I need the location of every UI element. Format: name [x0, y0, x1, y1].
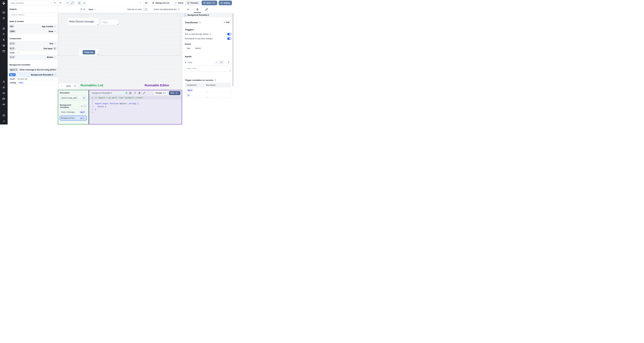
resize-handle[interactable] — [97, 54, 98, 55]
bg1-badge[interactable]: bg_1 — [9, 73, 16, 76]
bg1-result-row[interactable]: result : No items ([]) — [8, 77, 58, 81]
output-row-ctx[interactable]: ctx App Context — [8, 24, 58, 29]
tab-styling-brush[interactable] — [205, 6, 208, 13]
static-value-textarea[interactable] — [185, 66, 231, 72]
recompute-toggle[interactable] — [227, 38, 231, 40]
folders-icon[interactable] — [0, 96, 8, 102]
scrollbar-thumb[interactable] — [232, 14, 234, 86]
code-editor[interactable]: 1// import * as wmill from "windmill-cli… — [89, 96, 182, 114]
bg-runnable-item-0[interactable]: Send a message... bg_0 — [60, 110, 87, 114]
runs-play-icon[interactable] — [0, 31, 8, 37]
event-pill-refresh[interactable]: refresh — [193, 46, 202, 50]
zoom-in-button[interactable]: + — [73, 84, 77, 88]
refresh-interval-select[interactable]: once — [88, 8, 96, 10]
search-outputs-input[interactable] — [10, 12, 56, 17]
desktop-view-button[interactable] — [82, 1, 87, 5]
runnable-name-input[interactable] — [90, 91, 124, 95]
b-badge[interactable]: b — [9, 47, 15, 50]
bg1-loading-row[interactable]: loading : false — [8, 81, 58, 85]
button-component-c[interactable]: Press me — [79, 49, 98, 56]
resize-handle[interactable] — [97, 24, 98, 25]
expand-editor-icon[interactable] — [142, 92, 146, 95]
chevron-down-icon[interactable] — [54, 56, 56, 58]
run-button[interactable]: Run ⌘↵ — [169, 91, 180, 95]
code-line[interactable]: 5} — [89, 108, 182, 111]
app-summary-input[interactable] — [9, 1, 50, 5]
resize-grip-icon[interactable] — [229, 70, 230, 71]
info-icon[interactable] — [81, 105, 83, 107]
schedules-calendar-icon[interactable] — [0, 48, 8, 54]
chevron-down-icon[interactable] — [54, 25, 56, 28]
info-icon[interactable] — [178, 8, 180, 10]
more-options-kebab[interactable] — [139, 1, 142, 5]
undo-button[interactable] — [52, 1, 58, 5]
component-row-c[interactable]: c Button — [8, 55, 58, 60]
bg0-row[interactable]: bg_0 Send a message to discord using web… — [8, 68, 58, 72]
audit-eye-icon[interactable] — [0, 102, 8, 107]
component-row-b[interactable]: b Text Input — [8, 46, 58, 51]
output-row-state[interactable]: state State — [8, 29, 58, 34]
a-badge[interactable]: a — [9, 42, 15, 45]
resources-boxes-icon[interactable] — [0, 42, 8, 48]
fullwidth-layout-button[interactable] — [70, 1, 75, 5]
code-line[interactable]: 6 — [89, 111, 182, 114]
zoom-out-button[interactable]: − — [60, 84, 64, 88]
mobile-view-button[interactable] — [77, 1, 82, 5]
redo-button[interactable] — [58, 1, 63, 5]
info-icon[interactable] — [214, 79, 216, 81]
type-input[interactable] — [100, 19, 119, 25]
canvas-grid[interactable]: Write Discord message: Press me − 100% +… — [58, 13, 182, 124]
refresh-counter-button[interactable]: 2 — [79, 7, 86, 12]
resize-handle[interactable] — [117, 24, 118, 24]
code-line[interactable]: 4 return x — [89, 105, 182, 108]
add-transformer-button[interactable]: + Add — [222, 20, 231, 24]
ai-wand-icon[interactable] — [133, 92, 136, 95]
event-pill-start[interactable]: start — [185, 46, 192, 50]
database-icon[interactable] — [129, 92, 132, 95]
apps-icon[interactable] — [0, 10, 8, 15]
c-badge[interactable]: c — [9, 56, 15, 58]
info-icon[interactable] — [210, 33, 212, 35]
connect-plug-button[interactable] — [226, 60, 231, 64]
chevron-down-icon[interactable] — [54, 42, 56, 44]
help-icon[interactable] — [0, 112, 8, 118]
run-on-start-toggle[interactable] — [227, 33, 231, 35]
bg1-row[interactable]: bg_1 Background Runnable 0 — [8, 72, 58, 77]
tab-component-settings[interactable] — [196, 6, 199, 13]
docs-book-button[interactable] — [144, 0, 149, 5]
hide-bar-toggle[interactable] — [143, 8, 148, 11]
bg0-badge[interactable]: bg_0 — [9, 68, 18, 71]
debug-runs-button[interactable]: Debug runs (7) — [150, 0, 171, 5]
ai-robot-icon[interactable] — [0, 90, 8, 96]
windmill-logo-icon[interactable] — [2, 1, 6, 5]
draft-button[interactable]: Draft ⌘S — [202, 0, 217, 5]
collapse-arrow-icon[interactable] — [0, 118, 8, 124]
center-layout-button[interactable] — [65, 1, 70, 5]
user-icon[interactable] — [0, 79, 8, 84]
runnable-item-c[interactable]: u/henri/scrape_githu... c — [60, 96, 87, 100]
row-badge-c[interactable]: c — [187, 94, 190, 96]
delete-trash-icon[interactable] — [138, 92, 141, 95]
code-line[interactable]: 1// import * as wmill from "windmill-cli… — [89, 96, 182, 99]
selected-runnable-header[interactable]: f Background Runnable 0 — [182, 13, 234, 17]
variables-dollar-icon[interactable] — [0, 37, 8, 42]
code-line[interactable]: 3export async function main(x: string) { — [89, 102, 182, 105]
static-mode-pencil-button[interactable] — [214, 60, 219, 64]
text-component-a[interactable]: Write Discord message: — [68, 18, 98, 25]
code-line[interactable]: 2 — [89, 99, 182, 102]
tab-editor[interactable]: Editor — [173, 1, 186, 5]
format-button[interactable]: Format ⌘S — [154, 91, 168, 95]
info-icon[interactable] — [199, 22, 201, 24]
b-result-row[interactable]: result : "" — [8, 51, 58, 55]
tab-insert-component[interactable] — [187, 6, 190, 13]
settings-gear-icon[interactable] — [0, 84, 8, 90]
tab-preview[interactable]: Preview — [185, 1, 200, 5]
press-me-button[interactable]: Press me — [82, 50, 95, 54]
eval-mode-fx-button[interactable] — [219, 60, 224, 64]
deploy-button[interactable]: Deploy — [219, 0, 232, 5]
chevron-down-icon[interactable] — [54, 30, 56, 32]
bg-runnable-item-1[interactable]: Background Run... bg_1 — [60, 116, 87, 120]
add-background-runnable-button[interactable]: + — [83, 104, 87, 108]
component-row-a[interactable]: a Text — [8, 41, 58, 46]
home-icon[interactable] — [0, 26, 8, 31]
